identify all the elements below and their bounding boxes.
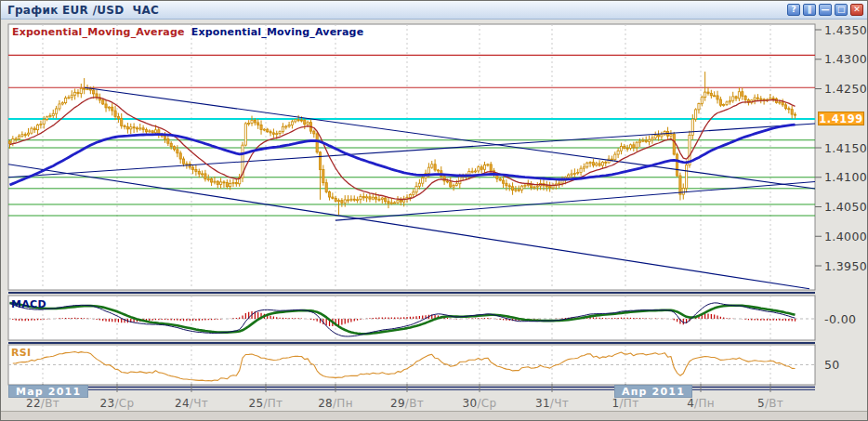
help-button[interactable]: ? (787, 4, 800, 16)
price-tick-label: 1.4150 (824, 141, 867, 155)
macd-pane-label: MACD (11, 298, 46, 310)
price-tick-label: 1.3950 (824, 259, 867, 273)
legend-ema-red: Exponential_Moving_Average (12, 26, 185, 38)
macd-axis-value: -0.00 (824, 312, 856, 326)
rsi-axis-value: 50 (824, 358, 840, 372)
month-badge: Апр 2011 (614, 385, 692, 398)
indicator-legend: Exponential_Moving_Average Exponential_M… (12, 26, 363, 38)
price-tick-label: 1.4250 (824, 82, 867, 96)
legend-ema-blue: Exponential_Moving_Average (191, 26, 364, 38)
date-label: 24/Чт (162, 397, 221, 410)
date-label: 4/Пн (671, 397, 730, 410)
price-tick-label: 1.4000 (824, 230, 867, 243)
date-label: 1/Пт (596, 397, 655, 410)
date-label: 28/Пн (306, 397, 365, 410)
close-button[interactable]: ✕ (850, 4, 863, 16)
date-label: 23/Ср (87, 397, 147, 410)
date-label: 22/Вт (13, 397, 72, 410)
date-label: 25/Пт (236, 397, 296, 410)
window-title: График EUR /USD ЧАС (1, 4, 159, 17)
month-badge: Мар 2011 (8, 385, 88, 398)
title-bar[interactable]: График EUR /USD ЧАС (1, 1, 867, 20)
chart-window: График EUR /USD ЧАС ?∥—□✕ Exponential_Mo… (0, 0, 868, 421)
date-label: 5/Вт (741, 397, 800, 410)
date-label: 31/Чт (522, 397, 582, 410)
date-label: 30/Ср (450, 397, 509, 410)
restore-button[interactable]: □ (835, 4, 848, 16)
current-price-badge: 1.4199 (818, 112, 864, 125)
price-tick-label: 1.4100 (824, 170, 867, 184)
window-buttons: ?∥—□✕ (784, 4, 863, 16)
price-tick-label: 1.4300 (824, 52, 867, 66)
chart-canvas[interactable] (1, 1, 868, 421)
window-bottom-edge (1, 411, 867, 420)
price-tick-label: 1.4350 (824, 23, 867, 37)
pause-button[interactable]: ∥ (803, 4, 816, 16)
price-tick-label: 1.4050 (824, 200, 867, 214)
minimize-button[interactable]: — (819, 4, 832, 16)
date-label: 29/Вт (377, 397, 437, 410)
main-chart-plot[interactable] (8, 24, 815, 290)
rsi-pane-label: RSI (11, 347, 31, 359)
